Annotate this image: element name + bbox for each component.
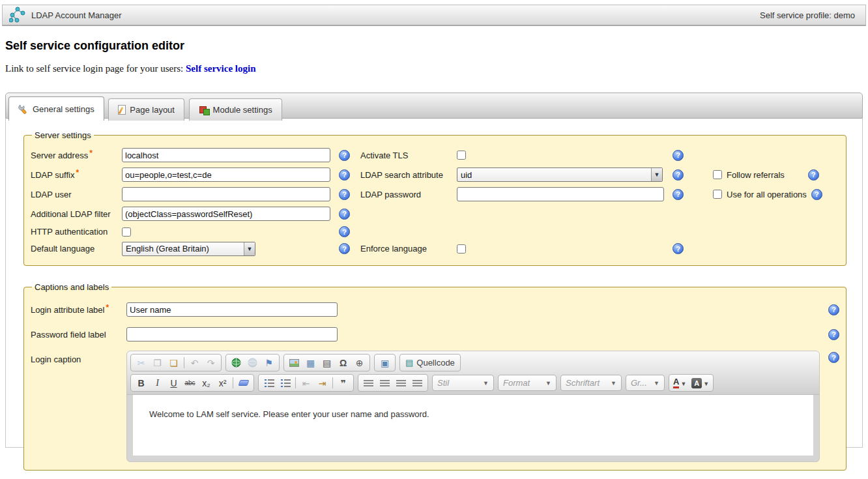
ldap-user-input[interactable] <box>122 187 330 201</box>
image-icon[interactable] <box>286 355 302 370</box>
ldap-suffix-input[interactable] <box>122 167 330 182</box>
help-icon[interactable]: ? <box>339 243 350 254</box>
help-icon[interactable]: ? <box>808 169 819 181</box>
help-icon[interactable]: ? <box>828 329 839 340</box>
source-button[interactable]: ▤ Quellcode <box>399 354 461 371</box>
wrench-icon <box>18 104 29 114</box>
undo-icon[interactable]: ↶ <box>186 355 203 370</box>
login-link-intro: Link to self service login page for your… <box>5 63 183 74</box>
help-icon[interactable]: ? <box>339 150 350 161</box>
outdent-icon[interactable]: ⇤ <box>298 375 314 390</box>
paste-icon[interactable]: ❏ <box>166 355 182 370</box>
chevron-down-icon: ▼ <box>483 380 489 386</box>
tab-label: Module settings <box>213 105 272 115</box>
special-character-icon[interactable]: Ω <box>335 355 351 370</box>
help-icon[interactable]: ? <box>339 189 350 200</box>
enforce-language-checkbox[interactable] <box>457 244 466 254</box>
align-right-icon[interactable] <box>393 375 409 390</box>
field-label: Additional LDAP filter <box>31 209 122 219</box>
server-address-input[interactable] <box>122 148 330 162</box>
subscript-icon[interactable]: x₂ <box>198 375 214 390</box>
superscript-icon[interactable]: x² <box>214 375 231 390</box>
field-label: Server address* <box>31 151 122 160</box>
iframe-icon[interactable]: ⊕ <box>351 355 368 370</box>
field-label: LDAP suffix* <box>31 170 122 180</box>
help-icon[interactable]: ? <box>339 169 350 181</box>
password-field-label-input[interactable] <box>126 327 338 341</box>
field-label: Login caption <box>31 351 126 364</box>
default-language-select[interactable]: English (Great Britain)▼ <box>122 242 255 256</box>
italic-icon[interactable]: I <box>149 375 166 390</box>
app-title: LDAP Account Manager <box>31 10 122 20</box>
link-icon[interactable] <box>228 355 244 370</box>
login-caption-editor: ✂ ❐ ❏ ↶ ↷ <box>126 351 820 462</box>
indent-icon[interactable]: ⇥ <box>314 375 330 390</box>
anchor-icon[interactable]: ⚑ <box>261 355 277 370</box>
text-color-button[interactable]: A▼ <box>671 377 689 388</box>
chevron-down-icon: ▼ <box>244 242 255 255</box>
editor-bottom-bar <box>127 456 819 461</box>
row-login-attribute-label: Login attribute label* ? <box>31 297 839 322</box>
row-ldap-suffix: LDAP suffix* ? LDAP search attribute uid… <box>31 165 839 184</box>
tab-module-settings[interactable]: Module settings <box>189 98 282 121</box>
field-label: Use for all operations <box>727 190 807 199</box>
help-icon[interactable]: ? <box>828 352 839 363</box>
editor-content[interactable]: Welcome to LAM self service. Please ente… <box>133 395 813 456</box>
row-server-address: Server address* ? Activate TLS ? <box>31 145 839 165</box>
bold-icon[interactable]: B <box>133 375 149 390</box>
activate-tls-checkbox[interactable] <box>457 151 466 160</box>
help-icon[interactable]: ? <box>811 189 822 200</box>
underline-icon[interactable]: U <box>166 375 182 390</box>
help-icon[interactable]: ? <box>673 150 684 161</box>
background-color-button[interactable]: A▼ <box>689 378 712 388</box>
numbered-list-icon[interactable] <box>261 375 277 390</box>
blockquote-icon[interactable]: ❞ <box>335 375 351 390</box>
tab-label: General settings <box>33 104 94 114</box>
help-icon[interactable]: ? <box>828 304 839 315</box>
self-service-login-link[interactable]: Self service login <box>186 63 255 74</box>
help-icon[interactable]: ? <box>673 243 684 254</box>
required-marker: * <box>106 303 109 312</box>
strikethrough-icon[interactable]: abc <box>182 375 198 390</box>
cut-icon[interactable]: ✂ <box>133 355 149 370</box>
unlink-icon[interactable] <box>244 355 261 370</box>
captions-labels-legend: Captions and labels <box>32 282 111 292</box>
help-icon[interactable]: ? <box>339 209 350 220</box>
tab-general-settings[interactable]: General settings <box>8 96 104 121</box>
chevron-down-icon: ▼ <box>680 381 686 388</box>
help-icon[interactable]: ? <box>339 226 350 237</box>
div-container-icon[interactable]: ▤ <box>319 355 335 370</box>
follow-referrals-checkbox[interactable] <box>713 170 722 179</box>
align-justify-icon[interactable] <box>409 375 426 390</box>
style-combo[interactable]: Stil▼ <box>432 375 494 391</box>
login-attribute-label-input[interactable] <box>126 302 338 317</box>
lam-logo-icon <box>9 7 26 23</box>
captions-labels-fieldset: Captions and labels Login attribute labe… <box>23 282 846 471</box>
table-icon[interactable]: ▦ <box>302 355 319 370</box>
font-combo[interactable]: Schriftart▼ <box>560 375 622 391</box>
maximize-icon[interactable]: ▣ <box>377 355 393 370</box>
source-icon: ▤ <box>405 358 413 368</box>
help-icon[interactable]: ? <box>673 189 684 200</box>
field-label: LDAP password <box>360 190 457 199</box>
field-label: LDAP user <box>31 190 122 199</box>
search-attribute-select[interactable]: uid▼ <box>457 167 663 182</box>
format-combo[interactable]: Format▼ <box>498 375 557 391</box>
align-left-icon[interactable] <box>360 375 377 390</box>
row-password-field-label: Password field label ? <box>31 322 839 347</box>
redo-icon[interactable]: ↷ <box>203 355 219 370</box>
bullet-list-icon[interactable] <box>277 375 293 390</box>
tab-page-layout[interactable]: Page layout <box>108 98 184 121</box>
help-icon[interactable]: ? <box>673 169 684 181</box>
remove-format-icon[interactable] <box>235 375 252 390</box>
copy-icon[interactable]: ❐ <box>149 355 166 370</box>
font-size-combo[interactable]: Gr...▼ <box>626 375 665 391</box>
chevron-down-icon: ▼ <box>545 380 551 386</box>
ldap-password-input[interactable] <box>457 187 664 201</box>
align-center-icon[interactable] <box>377 375 393 390</box>
row-default-language: Default language English (Great Britain)… <box>31 240 839 257</box>
app-header: LDAP Account Manager Self service profil… <box>2 5 866 26</box>
use-all-operations-checkbox[interactable] <box>713 190 722 199</box>
additional-ldap-filter-input[interactable] <box>122 207 330 221</box>
http-authentication-checkbox[interactable] <box>122 227 131 237</box>
